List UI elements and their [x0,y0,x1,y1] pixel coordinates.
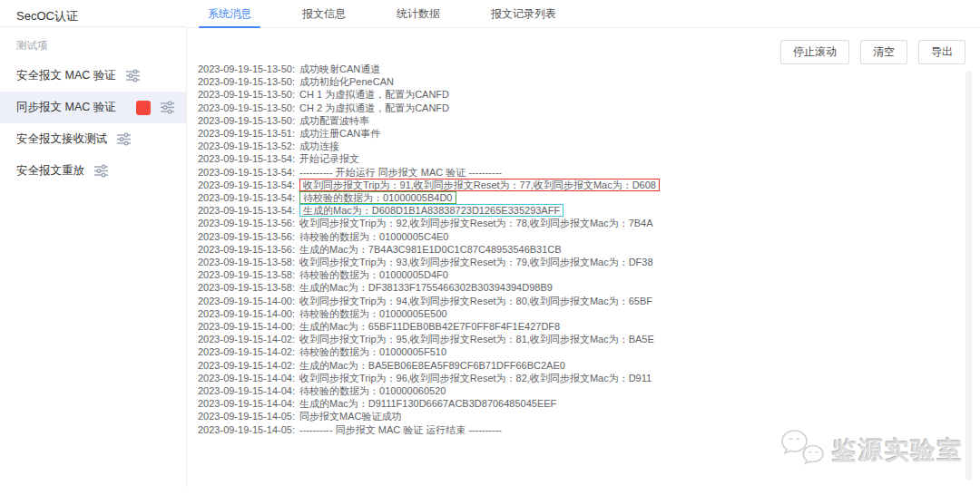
log-message: 收到同步报文Trip为：94,收到同步报文Reset为：80,收到同步报文Mac… [299,296,652,306]
log-timestamp: 2023-09-19-15-13-50: [198,115,295,126]
log-line: 2023-09-19-15-13-54:开始记录报文 [198,152,965,165]
log-message: 成功连接 [299,141,339,151]
log-timestamp: 2023-09-19-15-14-00: [198,321,295,332]
tab[interactable]: 报文记录列表 [491,0,556,27]
log-line: 2023-09-19-15-13-50:CH 1 为虚拟通道，配置为CANFD [198,88,965,101]
log-timestamp: 2023-09-19-15-13-58: [198,282,295,293]
log-line: 2023-09-19-15-14-02:待校验的数据为：01000005F510 [198,345,965,358]
log-message: ---------- 开始运行 同步报文 MAC 验证 ---------- [299,167,502,178]
log-message: CH 1 为虚拟通道，配置为CANFD [299,89,449,100]
log-timestamp: 2023-09-19-15-13-54: [198,205,295,216]
log-line: 2023-09-19-15-14-02:生成的Mac为：BA5EB06E8EA5… [198,359,965,372]
log-timestamp: 2023-09-19-15-13-56: [198,218,295,228]
log-line: 2023-09-19-15-14-02:收到同步报文Trip为：95,收到同步报… [198,333,965,345]
log-timestamp: 2023-09-19-15-13-58: [198,257,295,267]
log-message: 生成的Mac为：D608D1B1A83838723D1265E335293AFF [299,204,564,217]
app-window: SecOC认证 测试项 安全报文 MAC 验证 同步报文 MAC 验证 [0,0,980,495]
log-message: CH 2 为虚拟通道，配置为CANFD [299,102,449,113]
log-message: 收到同步报文Trip为：93,收到同步报文Reset为：79,收到同步报文Mac… [299,257,653,267]
log-message: ---------- 同步报文 MAC 验证 运行结束 ---------- [299,424,502,435]
toolbar-button[interactable]: 导出 [918,40,965,64]
log-message: 待校验的数据为：01000005F510 [299,346,446,357]
sliders-icon[interactable] [125,68,141,83]
log-timestamp: 2023-09-19-15-13-58: [198,269,295,280]
sliders-icon[interactable] [160,100,175,115]
sliders-icon[interactable] [116,131,132,147]
log-line: 2023-09-19-15-13-50:CH 2 为虚拟通道，配置为CANFD [198,102,965,114]
log-message: 成功映射CAN通道 [299,63,380,74]
log-line: 2023-09-19-15-13-50:成功配置波特率 [198,114,965,127]
log-timestamp: 2023-09-19-15-14-05: [198,424,295,435]
log-message: 收到同步报文Trip为：95,收到同步报文Reset为：81,收到同步报文Mac… [299,334,654,345]
vertical-scrollbar[interactable] [965,71,972,480]
log-timestamp: 2023-09-19-15-14-04: [198,398,295,409]
sidebar-item[interactable]: 同步报文 MAC 验证 [0,92,186,123]
log-message: 收到同步报文Trip为：91,收到同步报文Reset为：77,收到同步报文Mac… [299,179,660,191]
log-timestamp: 2023-09-19-15-13-54: [198,167,295,178]
log-timestamp: 2023-09-19-15-14-04: [198,373,295,383]
sidebar-item-list: 安全报文 MAC 验证 同步报文 MAC 验证 [0,60,186,187]
sidebar-item[interactable]: 安全报文重放 [0,155,186,187]
sidebar-item[interactable]: 安全报文 MAC 验证 [0,60,186,92]
log-timestamp: 2023-09-19-15-14-00: [198,296,295,306]
status-marker [136,101,151,115]
tab[interactable]: 统计数据 [397,0,440,27]
toolbar: 停止滚动清空导出 [780,40,965,64]
sidebar-item-label: 安全报文 MAC 验证 [16,68,116,83]
log-line: 2023-09-19-15-13-58:收到同步报文Trip为：93,收到同步报… [198,256,965,268]
log-message: 同步报文MAC验证成功 [299,411,401,422]
tab-bar: 系统消息报文信息统计数据报文记录列表 [186,0,980,28]
sidebar: SecOC认证 测试项 安全报文 MAC 验证 同步报文 MAC 验证 [0,0,186,487]
log-line: 2023-09-19-15-13-54:---------- 开始运行 同步报文… [198,166,965,179]
log-message: 收到同步报文Trip为：96,收到同步报文Reset为：82,收到同步报文Mac… [299,373,652,383]
log-timestamp: 2023-09-19-15-13-54: [198,180,295,190]
log-timestamp: 2023-09-19-15-13-51: [198,128,295,139]
log-timestamp: 2023-09-19-15-13-52: [198,141,295,151]
log-timestamp: 2023-09-19-15-13-50: [198,76,295,87]
sidebar-section-label: 测试项 [0,27,186,60]
app-title: SecOC认证 [0,0,186,27]
system-message-log: 2023-09-19-15-13-50:成功映射CAN通道 2023-09-19… [198,63,965,436]
log-line: 2023-09-19-15-13-58:生成的Mac为：DF38133F1755… [198,281,965,294]
sidebar-item[interactable]: 安全报文接收测试 [0,123,186,155]
log-message: 待校验的数据为：01000005D4F0 [299,269,448,280]
log-line: 2023-09-19-15-14-04:收到同步报文Trip为：96,收到同步报… [198,372,965,384]
toolbar-button[interactable]: 停止滚动 [780,40,849,64]
log-timestamp: 2023-09-19-15-13-54: [198,153,295,164]
log-line: 2023-09-19-15-14-00:生成的Mac为：65BF11DEB0BB… [198,320,965,333]
sidebar-item-label: 安全报文重放 [16,163,84,179]
tab[interactable]: 系统消息 [208,0,251,27]
log-timestamp: 2023-09-19-15-13-56: [198,231,295,242]
toolbar-button[interactable]: 清空 [860,40,907,64]
log-message: 待校验的数据为：01000005B4D0 [299,191,456,204]
log-message: 生成的Mac为：65BF11DEB0BB42E7F0FF8F4F1E427DF8 [299,321,560,332]
log-timestamp: 2023-09-19-15-13-50: [198,89,295,100]
log-message: 成功注册CAN事件 [299,128,380,139]
log-message: 收到同步报文Trip为：92,收到同步报文Reset为：78,收到同步报文Mac… [299,218,653,228]
log-line: 2023-09-19-15-13-52:成功连接 [198,140,965,152]
log-timestamp: 2023-09-19-15-14-05: [198,411,295,422]
log-timestamp: 2023-09-19-15-14-02: [198,334,295,345]
log-line: 2023-09-19-15-13-54:待校验的数据为：01000005B4D0 [198,191,965,204]
log-line: 2023-09-19-15-13-54:收到同步报文Trip为：91,收到同步报… [198,179,965,191]
sidebar-item-label: 安全报文接收测试 [16,131,107,147]
sliders-icon[interactable] [93,163,109,179]
log-line: 2023-09-19-15-14-00:待校验的数据为：01000005E500 [198,307,965,320]
log-line: 2023-09-19-15-14-04:待校验的数据为：010000060520 [198,384,965,397]
log-line: 2023-09-19-15-13-58:待校验的数据为：01000005D4F0 [198,268,965,281]
log-line: 2023-09-19-15-14-04:生成的Mac为：D9111F130D66… [198,397,965,410]
log-message: 成功配置波特率 [299,115,369,126]
log-line: 2023-09-19-15-13-56:收到同步报文Trip为：92,收到同步报… [198,217,965,229]
log-timestamp: 2023-09-19-15-13-54: [198,192,295,203]
sidebar-item-label: 同步报文 MAC 验证 [16,100,116,115]
log-line: 2023-09-19-15-13-50:成功映射CAN通道 [198,63,965,75]
log-message: 开始记录报文 [299,153,359,164]
wechat-icon [779,428,827,473]
log-line: 2023-09-19-15-13-50:成功初始化PeneCAN [198,75,965,88]
log-line: 2023-09-19-15-14-00:收到同步报文Trip为：94,收到同步报… [198,295,965,307]
log-timestamp: 2023-09-19-15-13-50: [198,102,295,113]
log-line: 2023-09-19-15-13-56:生成的Mac为：7B4A3C981E1D… [198,243,965,256]
log-message: 生成的Mac为：DF38133F1755466302B30394394D98B9 [299,282,553,293]
log-message: 生成的Mac为：7B4A3C981E1D0C1C87C48953546B31CB [299,244,562,255]
tab[interactable]: 报文信息 [302,0,346,27]
